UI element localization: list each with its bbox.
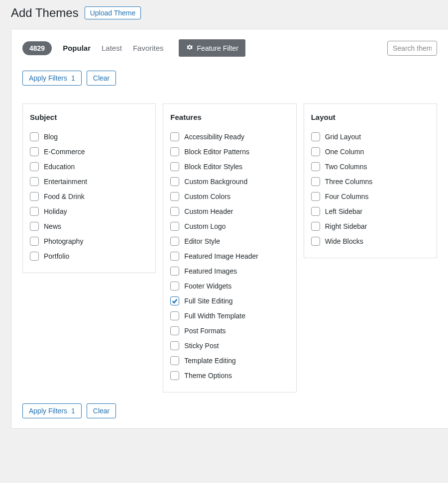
filter-option[interactable]: Photography [30, 234, 148, 249]
filter-option[interactable]: Editor Style [170, 234, 289, 249]
checkbox[interactable] [170, 252, 179, 261]
checkbox[interactable] [170, 267, 179, 276]
filter-option-label: Accessibility Ready [184, 133, 244, 141]
filter-option-label: News [44, 222, 61, 230]
checkbox[interactable] [170, 222, 179, 231]
tab-popular[interactable]: Popular [63, 44, 91, 52]
filter-option-label: Custom Background [184, 178, 247, 186]
checkbox[interactable] [30, 207, 39, 216]
filter-option-label: Education [44, 163, 75, 171]
filter-option-label: Portfolio [44, 252, 69, 260]
filter-option[interactable]: One Column [311, 144, 430, 159]
checkbox[interactable] [170, 207, 179, 216]
filter-option[interactable]: Two Columns [311, 159, 430, 174]
checkbox[interactable] [311, 147, 320, 156]
filter-option[interactable]: Theme Options [170, 368, 289, 383]
tab-latest[interactable]: Latest [102, 44, 122, 52]
filter-option-label: Food & Drink [44, 193, 85, 200]
checkbox[interactable] [170, 237, 179, 246]
filter-option[interactable]: Custom Background [170, 174, 289, 189]
filter-option[interactable]: Wide Blocks [311, 234, 430, 249]
tab-favorites[interactable]: Favorites [133, 44, 164, 52]
checkbox[interactable] [170, 341, 179, 350]
checkbox[interactable] [170, 326, 179, 335]
checkbox[interactable] [170, 132, 179, 141]
gear-icon [186, 43, 194, 53]
filter-option[interactable]: Block Editor Styles [170, 159, 289, 174]
checkbox[interactable] [30, 222, 39, 231]
filter-option-label: One Column [325, 148, 364, 156]
checkbox[interactable] [170, 177, 179, 186]
checkbox[interactable] [170, 356, 179, 365]
clear-filters-button[interactable]: Clear [87, 71, 116, 86]
checkbox[interactable] [311, 132, 320, 141]
checkbox[interactable] [170, 296, 179, 305]
filter-option-label: Featured Images [184, 267, 237, 275]
filter-tabs: 4829 Popular Latest Favorites Feature Fi… [22, 39, 437, 57]
checkbox[interactable] [30, 192, 39, 201]
checkbox[interactable] [30, 237, 39, 246]
filter-option[interactable]: Food & Drink [30, 189, 148, 204]
apply-filters-button-bottom[interactable]: Apply Filters 1 [22, 403, 82, 418]
filter-option[interactable]: Footer Widgets [170, 279, 289, 293]
layout-heading: Layout [311, 113, 430, 121]
search-input[interactable] [387, 41, 437, 56]
filter-option[interactable]: Right Sidebar [311, 219, 430, 234]
filter-option[interactable]: Full Site Editing [170, 293, 289, 308]
filter-option[interactable]: Education [30, 159, 148, 174]
filter-option[interactable]: Custom Logo [170, 219, 289, 234]
filter-option[interactable]: Custom Header [170, 204, 289, 219]
feature-filter-label: Feature Filter [197, 44, 238, 52]
checkbox[interactable] [170, 371, 179, 380]
filter-option[interactable]: Portfolio [30, 249, 148, 264]
filter-option-label: Theme Options [184, 372, 232, 380]
feature-filter-button[interactable]: Feature Filter [179, 39, 245, 57]
filter-actions-bottom: Apply Filters 1 Clear [22, 403, 437, 418]
filter-option[interactable]: Full Width Template [170, 308, 289, 323]
filter-option-label: Wide Blocks [325, 237, 363, 245]
filter-option-label: Featured Image Header [184, 252, 258, 260]
filter-option[interactable]: Grid Layout [311, 129, 430, 144]
clear-filters-button-bottom[interactable]: Clear [87, 403, 116, 418]
filter-option[interactable]: Featured Image Header [170, 249, 289, 264]
checkbox[interactable] [311, 207, 320, 216]
checkbox[interactable] [311, 177, 320, 186]
checkbox[interactable] [30, 147, 39, 156]
checkbox[interactable] [311, 237, 320, 246]
filter-option[interactable]: Post Formats [170, 323, 289, 338]
features-heading: Features [170, 113, 289, 121]
checkbox[interactable] [30, 177, 39, 186]
checkbox[interactable] [170, 192, 179, 201]
checkbox[interactable] [170, 282, 179, 290]
filter-option[interactable]: Entertainment [30, 174, 148, 189]
checkbox[interactable] [170, 147, 179, 156]
filter-option[interactable]: E-Commerce [30, 144, 148, 159]
filter-option-label: Photography [44, 237, 83, 245]
filter-option-label: Blog [44, 133, 58, 141]
filter-option[interactable]: Accessibility Ready [170, 129, 289, 144]
checkbox[interactable] [30, 132, 39, 141]
apply-filters-button[interactable]: Apply Filters 1 [22, 71, 82, 86]
upload-theme-button[interactable]: Upload Theme [85, 6, 141, 19]
filter-option-label: Editor Style [184, 237, 220, 245]
checkbox[interactable] [30, 252, 39, 261]
checkbox[interactable] [170, 162, 179, 171]
filter-option[interactable]: Left Sidebar [311, 204, 430, 219]
filter-option-label: Footer Widgets [184, 282, 231, 290]
filter-option[interactable]: Holiday [30, 204, 148, 219]
filter-option[interactable]: Template Editing [170, 353, 289, 368]
checkbox[interactable] [311, 222, 320, 231]
checkbox[interactable] [311, 162, 320, 171]
filter-option[interactable]: News [30, 219, 148, 234]
filter-option[interactable]: Featured Images [170, 264, 289, 279]
checkbox[interactable] [30, 162, 39, 171]
checkbox[interactable] [170, 311, 179, 320]
filter-option[interactable]: Blog [30, 129, 148, 144]
subject-heading: Subject [30, 113, 148, 121]
filter-option[interactable]: Custom Colors [170, 189, 289, 204]
filter-option[interactable]: Three Columns [311, 174, 430, 189]
checkbox[interactable] [311, 192, 320, 201]
filter-option[interactable]: Block Editor Patterns [170, 144, 289, 159]
filter-option[interactable]: Sticky Post [170, 338, 289, 353]
filter-option[interactable]: Four Columns [311, 189, 430, 204]
